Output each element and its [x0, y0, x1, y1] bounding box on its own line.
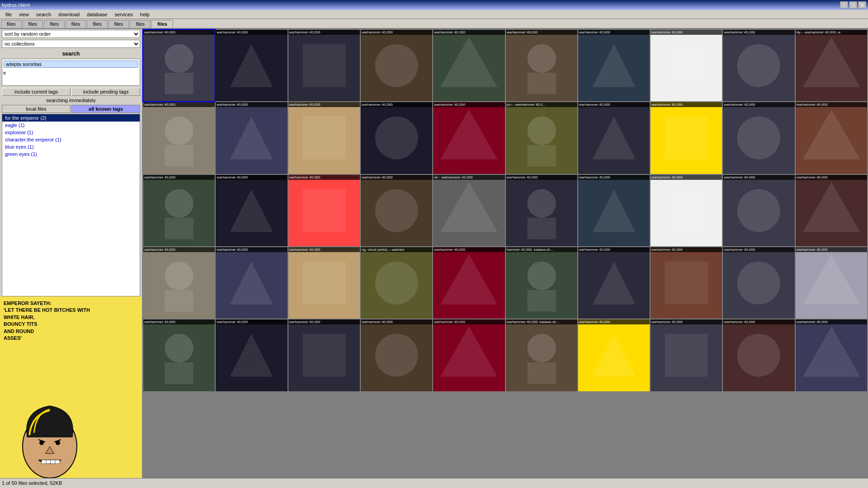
grid-item-48[interactable]: warhammer 40,000 [723, 319, 794, 391]
grid-item-20[interactable]: warhammer 40,000 [143, 175, 215, 246]
grid-item-label-41: warhammer 40,000 [216, 319, 287, 324]
grid-item-label-0: warhammer 40,000 [143, 30, 215, 35]
right-panel[interactable]: warhammer 40,000warhammer 40,000warhamme… [142, 29, 868, 478]
tag-search-input[interactable] [3, 70, 139, 75]
grid-item-23[interactable]: warhammer 40,000 [361, 175, 432, 246]
grid-item-thumb-47 [651, 319, 722, 391]
tab-1[interactable]: files [23, 20, 43, 28]
tab-5[interactable]: files [108, 20, 129, 28]
menu-help[interactable]: help [137, 11, 153, 18]
autocomplete-item-0[interactable]: for the emperor (2) [2, 114, 140, 122]
grid-item-31[interactable]: warhammer 40,000 [216, 247, 287, 319]
menu-services[interactable]: services [111, 11, 136, 18]
grid-item-47[interactable]: warhammer 40,000 [651, 319, 722, 391]
grid-item-37[interactable]: warhammer 40,000 [651, 247, 722, 319]
grid-item-2[interactable]: warhammer 40,000 [288, 30, 360, 101]
tab-2[interactable]: files [44, 20, 65, 28]
grid-item-1[interactable]: warhammer 40,000 [216, 30, 287, 101]
grid-item-5[interactable]: warhammer 40,000 [506, 30, 577, 101]
image-grid: warhammer 40,000warhammer 40,000warhamme… [143, 30, 867, 391]
grid-item-12[interactable]: warhammer 40,000 [288, 102, 360, 174]
close-button[interactable]: ✕ [858, 1, 866, 9]
autocomplete-item-5[interactable]: green eyes (1) [2, 150, 140, 158]
tab-7[interactable]: files [151, 20, 173, 28]
grid-item-thumb-3 [361, 30, 432, 101]
menu-view[interactable]: view [15, 11, 33, 18]
include-buttons-row: include current tags include pending tag… [0, 87, 142, 97]
grid-item-11[interactable]: warhammer 40,000 [216, 102, 287, 174]
minimize-button[interactable]: − [840, 1, 848, 9]
grid-item-label-20: warhammer 40,000 [143, 175, 215, 180]
tab-3[interactable]: files [66, 20, 86, 28]
menu-download[interactable]: download [55, 11, 83, 18]
sort-select[interactable]: sort by random order [2, 30, 140, 38]
svg-rect-15 [527, 73, 556, 94]
menu-search[interactable]: search [33, 11, 55, 18]
grid-item-thumb-43 [361, 319, 432, 391]
grid-item-46[interactable]: warhammer 40,000 [578, 319, 650, 391]
grid-item-43[interactable]: warhammer 40,000 [361, 319, 432, 391]
grid-item-17[interactable]: warhammer 40,000 [651, 102, 722, 174]
grid-item-label-8: warhammer 40,000 [723, 30, 794, 35]
collections-select[interactable]: no collections [2, 40, 140, 48]
autocomplete-item-4[interactable]: blue eyes (1) [2, 143, 140, 150]
emperor-face-svg [9, 388, 99, 478]
grid-item-15[interactable]: juo – warhammer 40,0… [506, 102, 577, 174]
grid-item-16[interactable]: warhammer 40,000 [578, 102, 650, 174]
grid-item-10[interactable]: warhammer 40,000 [143, 102, 215, 174]
grid-item-thumb-22 [288, 175, 360, 246]
grid-item-label-34: warhammer 40,000 [433, 247, 505, 252]
grid-item-44[interactable]: warhammer 40,000 [433, 319, 505, 391]
menu-file[interactable]: file [2, 11, 15, 18]
tag-area[interactable]: adepta sororitas [2, 59, 140, 86]
include-pending-tags-button[interactable]: include pending tags [71, 88, 140, 96]
grid-item-41[interactable]: warhammer 40,000 [216, 319, 287, 391]
grid-item-27[interactable]: warhammer 40,000 [651, 175, 722, 246]
grid-item-33[interactable]: ng, cloud (artist) – warham [361, 247, 432, 319]
include-current-tags-button[interactable]: include current tags [2, 88, 71, 96]
grid-item-thumb-30 [143, 247, 215, 319]
grid-item-28[interactable]: warhammer 40,000 [723, 175, 794, 246]
grid-item-7[interactable]: warhammer 40,000 [651, 30, 722, 101]
autocomplete-item-2[interactable]: explosive (1) [2, 129, 140, 136]
tab-0[interactable]: files [1, 20, 22, 28]
grid-item-40[interactable]: warhammer 40,000 [143, 319, 215, 391]
grid-item-30[interactable]: warhammer 40,000 [143, 247, 215, 319]
grid-item-21[interactable]: warhammer 40,000 [216, 175, 287, 246]
grid-item-42[interactable]: warhammer 40,000 [288, 319, 360, 391]
grid-item-0[interactable]: warhammer 40,000 [143, 30, 215, 101]
grid-item-14[interactable]: warhammer 40,000 [433, 102, 505, 174]
all-known-tags-tab[interactable]: all known tags [71, 105, 140, 113]
grid-item-26[interactable]: warhammer 40,000 [578, 175, 650, 246]
grid-item-36[interactable]: warhammer 40,000 [578, 247, 650, 319]
grid-item-9[interactable]: illy – warhammer 40,000, w [796, 30, 867, 101]
tab-4[interactable]: files [87, 20, 108, 28]
local-files-tab[interactable]: local files [2, 105, 71, 113]
current-tag[interactable]: adepta sororitas [4, 61, 138, 68]
grid-item-34[interactable]: warhammer 40,000 [433, 247, 505, 319]
grid-item-13[interactable]: warhammer 40,000 [361, 102, 432, 174]
grid-item-38[interactable]: warhammer 40,000 [723, 247, 794, 319]
maximize-button[interactable]: □ [849, 1, 857, 9]
grid-item-22[interactable]: warhammer 40,000 [288, 175, 360, 246]
grid-item-8[interactable]: warhammer 40,000 [723, 30, 794, 101]
autocomplete-item-3[interactable]: character:the emperor (1) [2, 136, 140, 143]
grid-item-35[interactable]: hammer 40,000, katawa sh… [506, 247, 577, 319]
grid-item-6[interactable]: warhammer 40,000 [578, 30, 650, 101]
grid-item-18[interactable]: warhammer 40,000 [723, 102, 794, 174]
menu-database[interactable]: database [83, 11, 111, 18]
grid-item-49[interactable]: warhammer 40,000 [796, 319, 867, 391]
grid-item-39[interactable]: warhammer 40,000 [796, 247, 867, 319]
tab-6[interactable]: files [130, 20, 151, 28]
grid-item-29[interactable]: warhammer 40,000 [796, 175, 867, 246]
grid-item-4[interactable]: warhammer 40,000 [433, 30, 505, 101]
grid-item-25[interactable]: warhammer 40,000 [506, 175, 577, 246]
autocomplete-item-1[interactable]: eagle (1) [2, 122, 140, 129]
grid-item-45[interactable]: warhammer 40,000, katawa sh… [506, 319, 577, 391]
grid-item-32[interactable]: warhammer 40,000 [288, 247, 360, 319]
grid-item-24[interactable]: xil – warhammer 40,000 [433, 175, 505, 246]
svg-point-37 [375, 262, 418, 305]
grid-item-3[interactable]: warhammer 40,000 [361, 30, 432, 101]
grid-item-19[interactable]: warhammer 40,000 [796, 102, 867, 174]
svg-point-41 [737, 262, 780, 305]
